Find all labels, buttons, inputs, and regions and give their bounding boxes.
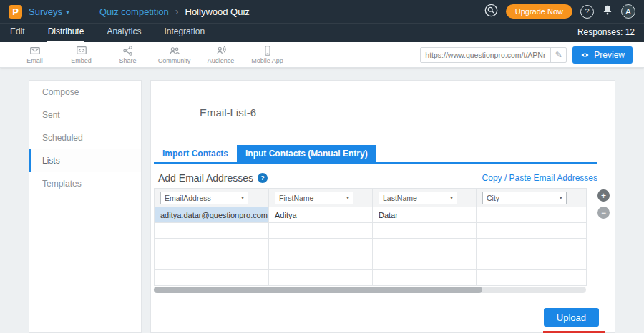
pencil-icon: ✎ (555, 50, 562, 60)
surveys-menu[interactable]: Surveys ▾ (29, 6, 69, 17)
chevron-down-icon: ▾ (560, 194, 562, 201)
sidebar-item-scheduled[interactable]: Scheduled (29, 126, 141, 149)
avatar[interactable]: A (621, 4, 635, 19)
copy-paste-link[interactable]: Copy / Paste Email Addresses (482, 173, 597, 183)
cell-lastname[interactable] (373, 239, 477, 254)
edit-url-button[interactable]: ✎ (550, 48, 566, 62)
table-header-row: EmailAddress ▾ FirstName ▾ LastName ▾ (155, 189, 587, 207)
tab-import-contacts[interactable]: Import Contacts (154, 145, 237, 162)
cell-firstname[interactable] (269, 254, 373, 270)
questionpro-logo[interactable]: P (9, 5, 22, 19)
chevron-down-icon: ▾ (66, 8, 69, 16)
tab-input-contacts-manual[interactable]: Input Contacts (Manual Entry) (237, 145, 376, 162)
tool-audience[interactable]: Audience (197, 45, 244, 64)
bell-icon (602, 4, 613, 16)
tool-email[interactable]: Email (11, 45, 58, 64)
audience-icon (215, 45, 227, 56)
responses-count: Responses: 12 (577, 27, 635, 42)
nav-item-analytics[interactable]: Analytics (106, 23, 142, 42)
preview-button[interactable]: Preview (572, 46, 633, 64)
scrollbar-thumb[interactable] (154, 287, 482, 293)
top-bar: P Surveys ▾ Quiz competition › Hollywood… (0, 0, 644, 23)
survey-nav: Edit Distribute Analytics Integration Re… (0, 23, 644, 42)
breadcrumb-parent[interactable]: Quiz competition (99, 6, 169, 17)
cell-city[interactable] (477, 239, 587, 254)
community-icon (169, 45, 180, 56)
column-select-city[interactable]: City ▾ (482, 192, 567, 204)
tool-mobile-app[interactable]: Mobile App (244, 45, 291, 64)
horizontal-scrollbar[interactable] (154, 287, 586, 293)
breadcrumb-current: Hollywood Quiz (185, 6, 250, 17)
share-icon (122, 45, 134, 56)
nav-item-edit[interactable]: Edit (9, 23, 26, 42)
cell-firstname[interactable] (269, 239, 373, 254)
email-icon (29, 45, 41, 56)
remove-column-button[interactable]: − (597, 207, 610, 219)
cell-city[interactable] (477, 270, 587, 286)
survey-url-box: ✎ (420, 47, 567, 63)
tool-embed-label: Embed (71, 57, 92, 64)
help-icon[interactable]: ? (258, 173, 268, 183)
notifications-button[interactable] (602, 4, 613, 19)
nav-item-integration[interactable]: Integration (163, 23, 205, 42)
search-button[interactable] (484, 4, 498, 20)
mobile-app-icon (262, 45, 273, 56)
sidebar-item-lists[interactable]: Lists (29, 149, 141, 172)
add-column-button[interactable]: + (597, 189, 610, 202)
cell-firstname[interactable] (269, 223, 373, 239)
sidebar-item-sent[interactable]: Sent (29, 104, 141, 126)
table-row: aditya.datar@questionpro.com Aditya Data… (155, 207, 587, 223)
tool-email-label: Email (26, 57, 43, 64)
tool-share-label: Share (119, 57, 136, 64)
cell-firstname[interactable]: Aditya (269, 207, 373, 223)
table-row (155, 239, 587, 254)
sidebar-item-templates[interactable]: Templates (29, 172, 141, 195)
section-header-row: Add Email Addresses ? Copy / Paste Email… (158, 172, 597, 184)
contacts-table: EmailAddress ▾ FirstName ▾ LastName ▾ (154, 188, 586, 286)
cell-lastname[interactable] (373, 270, 477, 286)
tool-audience-label: Audience (208, 57, 235, 64)
embed-icon (76, 45, 87, 56)
chevron-down-icon: ▾ (241, 194, 244, 201)
contacts-tabs: Import Contacts Input Contacts (Manual E… (154, 145, 597, 164)
tool-community-label: Community (158, 57, 191, 64)
list-detail-card: Email-List-6 Import Contacts Input Conta… (150, 80, 615, 333)
cell-city[interactable] (477, 254, 587, 270)
cell-email[interactable] (155, 270, 269, 286)
table-row (155, 254, 587, 270)
cell-city[interactable] (477, 207, 587, 223)
chevron-down-icon: ▾ (346, 194, 349, 201)
tool-share[interactable]: Share (104, 45, 151, 64)
tool-community[interactable]: Community (151, 45, 197, 64)
nav-item-distribute[interactable]: Distribute (47, 23, 85, 42)
column-select-firstname[interactable]: FirstName ▾ (275, 192, 353, 204)
survey-url-input[interactable] (421, 51, 550, 59)
tool-embed[interactable]: Embed (58, 45, 104, 64)
page-title: Email-List-6 (200, 106, 256, 119)
cell-email[interactable] (155, 239, 269, 254)
column-select-lastname[interactable]: LastName ▾ (379, 192, 457, 204)
cell-email[interactable] (155, 254, 269, 270)
cell-firstname[interactable] (269, 270, 373, 286)
search-icon (484, 4, 498, 17)
table-row (155, 223, 587, 239)
cell-email[interactable]: aditya.datar@questionpro.com (155, 207, 269, 223)
surveys-menu-label: Surveys (29, 6, 62, 17)
help-button[interactable]: ? (580, 5, 594, 19)
cell-email[interactable] (155, 223, 269, 239)
logo-letter: P (12, 6, 19, 17)
cell-lastname[interactable] (373, 254, 477, 270)
upgrade-now-button[interactable]: Upgrade Now (506, 4, 572, 19)
row-controls: + − (597, 189, 610, 219)
breadcrumb: Quiz competition › Hollywood Quiz (99, 6, 250, 17)
eye-icon (580, 51, 590, 59)
cell-lastname[interactable] (373, 223, 477, 239)
distribute-toolbar: Email Embed Share Community Audience Mob… (0, 42, 644, 68)
cell-lastname[interactable]: Datar (373, 207, 477, 223)
topbar-actions: Upgrade Now ? A (484, 4, 635, 20)
cell-city[interactable] (477, 223, 587, 239)
table-row (155, 270, 587, 286)
column-select-emailaddress[interactable]: EmailAddress ▾ (160, 192, 248, 204)
upload-button[interactable]: Upload (544, 308, 599, 327)
sidebar-item-compose[interactable]: Compose (29, 81, 141, 104)
